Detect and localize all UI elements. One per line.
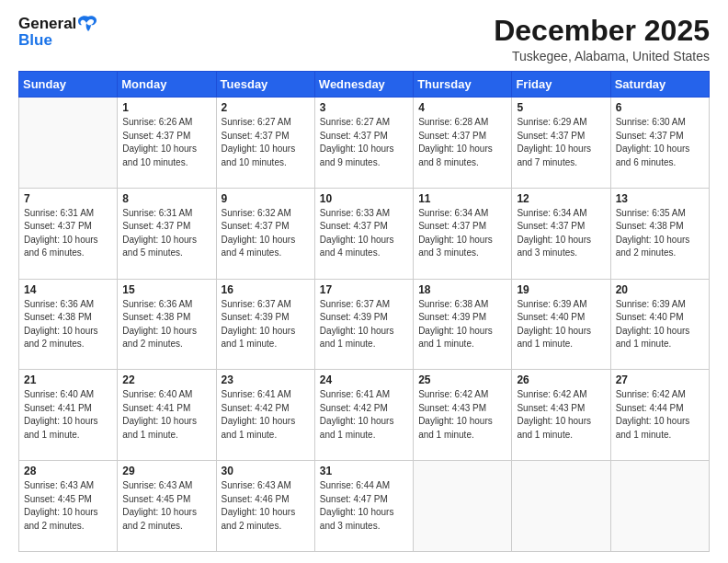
calendar-cell: 30Sunrise: 6:43 AM Sunset: 4:46 PM Dayli…: [216, 461, 314, 552]
day-number: 22: [122, 373, 210, 386]
calendar-week-3: 21Sunrise: 6:40 AM Sunset: 4:41 PM Dayli…: [19, 370, 710, 461]
day-number: 25: [418, 373, 506, 386]
day-info: Sunrise: 6:27 AM Sunset: 4:37 PM Dayligh…: [222, 116, 310, 169]
title-block: December 2025 Tuskegee, Alabama, United …: [494, 15, 710, 63]
day-info: Sunrise: 6:33 AM Sunset: 4:37 PM Dayligh…: [320, 207, 408, 260]
logo-bird-icon: [78, 15, 98, 33]
day-info: Sunrise: 6:36 AM Sunset: 4:38 PM Dayligh…: [24, 298, 112, 351]
day-info: Sunrise: 6:43 AM Sunset: 4:46 PM Dayligh…: [222, 479, 310, 533]
calendar-cell: 27Sunrise: 6:42 AM Sunset: 4:44 PM Dayli…: [610, 370, 709, 461]
calendar-header-thursday: Thursday: [414, 72, 512, 98]
logo-blue-text: Blue: [18, 31, 52, 50]
day-number: 10: [320, 192, 408, 205]
calendar-cell: [414, 461, 512, 552]
day-info: Sunrise: 6:27 AM Sunset: 4:37 PM Dayligh…: [320, 116, 408, 169]
calendar-cell: 13Sunrise: 6:35 AM Sunset: 4:38 PM Dayli…: [610, 188, 709, 279]
day-number: 2: [222, 101, 310, 114]
location: Tuskegee, Alabama, United States: [494, 49, 710, 63]
day-info: Sunrise: 6:39 AM Sunset: 4:40 PM Dayligh…: [616, 298, 704, 351]
calendar-cell: 18Sunrise: 6:38 AM Sunset: 4:39 PM Dayli…: [414, 279, 512, 370]
day-number: 17: [320, 283, 408, 296]
day-number: 18: [418, 283, 506, 296]
day-number: 23: [222, 373, 310, 386]
calendar-cell: 7Sunrise: 6:31 AM Sunset: 4:37 PM Daylig…: [19, 188, 118, 279]
calendar-cell: 4Sunrise: 6:28 AM Sunset: 4:37 PM Daylig…: [414, 98, 512, 189]
day-number: 19: [517, 283, 605, 296]
calendar-header-saturday: Saturday: [610, 72, 709, 98]
day-number: 9: [222, 192, 310, 205]
day-info: Sunrise: 6:40 AM Sunset: 4:41 PM Dayligh…: [122, 388, 210, 442]
calendar-header-wednesday: Wednesday: [314, 72, 413, 98]
day-number: 12: [517, 192, 605, 205]
day-info: Sunrise: 6:28 AM Sunset: 4:37 PM Dayligh…: [418, 116, 506, 169]
calendar-cell: 20Sunrise: 6:39 AM Sunset: 4:40 PM Dayli…: [610, 279, 709, 370]
calendar-cell: 14Sunrise: 6:36 AM Sunset: 4:38 PM Dayli…: [19, 279, 118, 370]
logo: General Blue: [18, 15, 98, 50]
day-info: Sunrise: 6:29 AM Sunset: 4:37 PM Dayligh…: [517, 116, 605, 169]
calendar-cell: 24Sunrise: 6:41 AM Sunset: 4:42 PM Dayli…: [314, 370, 413, 461]
calendar-cell: 5Sunrise: 6:29 AM Sunset: 4:37 PM Daylig…: [512, 98, 610, 189]
calendar-cell: 28Sunrise: 6:43 AM Sunset: 4:45 PM Dayli…: [19, 461, 118, 552]
day-info: Sunrise: 6:42 AM Sunset: 4:43 PM Dayligh…: [418, 388, 506, 442]
day-number: 24: [320, 373, 408, 386]
day-number: 13: [616, 192, 704, 205]
day-info: Sunrise: 6:36 AM Sunset: 4:38 PM Dayligh…: [122, 298, 210, 351]
calendar-week-0: 1Sunrise: 6:26 AM Sunset: 4:37 PM Daylig…: [19, 98, 710, 189]
calendar-cell: 29Sunrise: 6:43 AM Sunset: 4:45 PM Dayli…: [118, 461, 216, 552]
day-info: Sunrise: 6:37 AM Sunset: 4:39 PM Dayligh…: [320, 298, 408, 351]
day-number: 16: [222, 283, 310, 296]
page: General Blue December 2025 Tuskegee, Ala…: [0, 0, 728, 563]
calendar-cell: 9Sunrise: 6:32 AM Sunset: 4:37 PM Daylig…: [216, 188, 314, 279]
header: General Blue December 2025 Tuskegee, Ala…: [18, 15, 710, 63]
calendar-cell: 25Sunrise: 6:42 AM Sunset: 4:43 PM Dayli…: [414, 370, 512, 461]
calendar-cell: 26Sunrise: 6:42 AM Sunset: 4:43 PM Dayli…: [512, 370, 610, 461]
day-number: 26: [517, 373, 605, 386]
calendar-cell: 8Sunrise: 6:31 AM Sunset: 4:37 PM Daylig…: [118, 188, 216, 279]
calendar-week-2: 14Sunrise: 6:36 AM Sunset: 4:38 PM Dayli…: [19, 279, 710, 370]
day-info: Sunrise: 6:34 AM Sunset: 4:37 PM Dayligh…: [418, 207, 506, 260]
calendar-header-sunday: Sunday: [19, 72, 118, 98]
calendar-cell: 3Sunrise: 6:27 AM Sunset: 4:37 PM Daylig…: [314, 98, 413, 189]
month-title: December 2025: [494, 15, 710, 47]
calendar-cell: 16Sunrise: 6:37 AM Sunset: 4:39 PM Dayli…: [216, 279, 314, 370]
calendar-cell: 10Sunrise: 6:33 AM Sunset: 4:37 PM Dayli…: [314, 188, 413, 279]
calendar-table: SundayMondayTuesdayWednesdayThursdayFrid…: [18, 71, 710, 552]
day-number: 7: [24, 192, 112, 205]
calendar-cell: 17Sunrise: 6:37 AM Sunset: 4:39 PM Dayli…: [314, 279, 413, 370]
day-info: Sunrise: 6:43 AM Sunset: 4:45 PM Dayligh…: [24, 479, 112, 533]
day-info: Sunrise: 6:30 AM Sunset: 4:37 PM Dayligh…: [616, 116, 704, 169]
calendar-header-row: SundayMondayTuesdayWednesdayThursdayFrid…: [19, 72, 710, 98]
calendar-cell: [610, 461, 709, 552]
day-info: Sunrise: 6:34 AM Sunset: 4:37 PM Dayligh…: [517, 207, 605, 260]
calendar-cell: 22Sunrise: 6:40 AM Sunset: 4:41 PM Dayli…: [118, 370, 216, 461]
day-number: 1: [122, 101, 210, 114]
day-number: 3: [320, 101, 408, 114]
day-number: 28: [24, 465, 112, 477]
day-number: 27: [616, 373, 704, 386]
day-number: 15: [122, 283, 210, 296]
calendar-cell: 2Sunrise: 6:27 AM Sunset: 4:37 PM Daylig…: [216, 98, 314, 189]
day-number: 30: [222, 465, 310, 477]
day-number: 6: [616, 101, 704, 114]
calendar-cell: 11Sunrise: 6:34 AM Sunset: 4:37 PM Dayli…: [414, 188, 512, 279]
calendar-week-1: 7Sunrise: 6:31 AM Sunset: 4:37 PM Daylig…: [19, 188, 710, 279]
day-info: Sunrise: 6:44 AM Sunset: 4:47 PM Dayligh…: [320, 479, 408, 533]
calendar-cell: 15Sunrise: 6:36 AM Sunset: 4:38 PM Dayli…: [118, 279, 216, 370]
calendar-cell: [512, 461, 610, 552]
day-info: Sunrise: 6:37 AM Sunset: 4:39 PM Dayligh…: [222, 298, 310, 351]
day-info: Sunrise: 6:41 AM Sunset: 4:42 PM Dayligh…: [320, 388, 408, 442]
day-number: 14: [24, 283, 112, 296]
day-number: 8: [122, 192, 210, 205]
day-number: 4: [418, 101, 506, 114]
day-info: Sunrise: 6:41 AM Sunset: 4:42 PM Dayligh…: [222, 388, 310, 442]
day-info: Sunrise: 6:38 AM Sunset: 4:39 PM Dayligh…: [418, 298, 506, 351]
calendar-header-monday: Monday: [118, 72, 216, 98]
day-number: 31: [320, 465, 408, 477]
day-info: Sunrise: 6:39 AM Sunset: 4:40 PM Dayligh…: [517, 298, 605, 351]
calendar-cell: 23Sunrise: 6:41 AM Sunset: 4:42 PM Dayli…: [216, 370, 314, 461]
day-info: Sunrise: 6:43 AM Sunset: 4:45 PM Dayligh…: [122, 479, 210, 533]
day-number: 11: [418, 192, 506, 205]
day-number: 5: [517, 101, 605, 114]
logo-text: General: [18, 15, 76, 33]
day-number: 20: [616, 283, 704, 296]
